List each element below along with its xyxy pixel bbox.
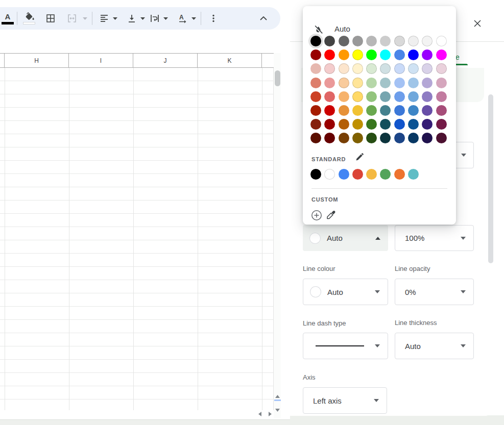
color-swatch[interactable] — [422, 133, 433, 143]
color-swatch[interactable] — [422, 36, 433, 46]
column-header-i[interactable]: I — [69, 54, 133, 67]
color-swatch[interactable] — [422, 49, 433, 60]
color-swatch[interactable] — [436, 105, 447, 116]
close-panel-button[interactable] — [471, 17, 484, 30]
color-swatch[interactable] — [394, 49, 405, 60]
add-custom-color-button[interactable] — [311, 210, 322, 223]
axis-select[interactable]: Left axis — [303, 387, 387, 414]
color-swatch[interactable] — [394, 78, 405, 88]
color-swatch[interactable] — [324, 105, 335, 116]
color-swatch[interactable] — [339, 133, 349, 143]
edit-standard-colors-button[interactable] — [355, 153, 364, 163]
color-swatch[interactable] — [324, 78, 335, 88]
color-swatch[interactable] — [352, 36, 363, 46]
color-swatch[interactable] — [310, 78, 321, 88]
text-color-button[interactable]: A — [1, 7, 14, 30]
color-swatch[interactable] — [310, 36, 321, 46]
color-swatch[interactable] — [310, 105, 321, 116]
color-swatch[interactable] — [366, 133, 377, 143]
row-header-corner[interactable] — [0, 54, 5, 67]
color-swatch[interactable] — [310, 91, 321, 102]
color-swatch[interactable] — [408, 91, 419, 102]
color-swatch[interactable] — [366, 105, 377, 116]
spreadsheet-grid[interactable] — [0, 68, 274, 410]
line-colour-select[interactable]: Auto — [303, 279, 388, 305]
color-swatch[interactable] — [352, 169, 363, 180]
borders-button[interactable] — [44, 7, 57, 30]
color-swatch[interactable] — [394, 91, 405, 102]
horizontal-align-button[interactable] — [98, 7, 111, 30]
color-swatch[interactable] — [380, 63, 391, 74]
color-swatch[interactable] — [394, 169, 405, 180]
color-swatch[interactable] — [324, 36, 335, 46]
color-swatch[interactable] — [394, 133, 405, 143]
hide-menus-button[interactable] — [257, 7, 270, 30]
color-swatch[interactable] — [366, 63, 377, 74]
sheet-vertical-scrollbar-thumb[interactable] — [275, 70, 280, 86]
color-swatch[interactable] — [324, 169, 335, 180]
color-swatch[interactable] — [366, 78, 377, 88]
text-rotation-dropdown[interactable] — [190, 7, 197, 30]
color-swatch[interactable] — [436, 119, 447, 130]
text-wrapping-dropdown[interactable] — [162, 7, 169, 30]
color-swatch[interactable] — [408, 78, 419, 88]
vertical-align-button[interactable] — [125, 7, 138, 30]
color-swatch[interactable] — [408, 49, 419, 60]
color-swatch[interactable] — [366, 91, 377, 102]
color-swatch[interactable] — [408, 119, 419, 130]
color-swatch[interactable] — [408, 105, 419, 116]
color-swatch[interactable] — [422, 78, 433, 88]
line-thickness-select[interactable]: Auto — [395, 333, 474, 359]
color-swatch[interactable] — [310, 169, 321, 180]
color-swatch[interactable] — [394, 105, 405, 116]
color-swatch[interactable] — [324, 91, 335, 102]
fill-opacity-select[interactable]: 100% — [395, 225, 474, 251]
color-swatch[interactable] — [422, 105, 433, 116]
color-swatch[interactable] — [339, 119, 349, 130]
color-swatch[interactable] — [436, 49, 447, 60]
color-swatch[interactable] — [366, 49, 377, 60]
scroll-down-button[interactable] — [274, 405, 281, 412]
color-swatch[interactable] — [408, 169, 419, 180]
color-swatch[interactable] — [339, 63, 349, 74]
line-opacity-select[interactable]: 0% — [395, 279, 474, 305]
color-swatch[interactable] — [380, 49, 391, 60]
color-swatch[interactable] — [352, 91, 363, 102]
panel-scrollbar-thumb[interactable] — [488, 94, 493, 263]
eyedropper-button[interactable] — [325, 210, 337, 223]
color-swatch[interactable] — [394, 119, 405, 130]
color-swatch[interactable] — [408, 63, 419, 74]
fill-color-button[interactable] — [22, 7, 37, 30]
line-dash-type-select[interactable] — [303, 333, 388, 359]
color-swatch[interactable] — [352, 78, 363, 88]
column-header-h[interactable]: H — [5, 54, 69, 67]
color-swatch[interactable] — [380, 133, 391, 143]
color-swatch[interactable] — [324, 119, 335, 130]
color-swatch[interactable] — [436, 133, 447, 143]
color-swatch[interactable] — [352, 63, 363, 74]
vertical-align-dropdown[interactable] — [139, 7, 146, 30]
color-swatch[interactable] — [380, 78, 391, 88]
more-options-button[interactable] — [207, 7, 220, 30]
color-swatch[interactable] — [352, 105, 363, 116]
scroll-left-button[interactable] — [256, 410, 264, 418]
horizontal-align-dropdown[interactable] — [111, 7, 118, 30]
color-swatch[interactable] — [352, 119, 363, 130]
column-header-j[interactable]: J — [133, 54, 198, 67]
color-swatch[interactable] — [339, 105, 349, 116]
color-swatch[interactable] — [408, 36, 419, 46]
color-swatch[interactable] — [422, 119, 433, 130]
color-swatch[interactable] — [380, 91, 391, 102]
color-swatch[interactable] — [352, 49, 363, 60]
color-swatch[interactable] — [436, 91, 447, 102]
color-swatch[interactable] — [310, 119, 321, 130]
color-swatch[interactable] — [422, 91, 433, 102]
color-swatch[interactable] — [310, 63, 321, 74]
color-swatch[interactable] — [408, 133, 419, 143]
color-swatch[interactable] — [324, 49, 335, 60]
color-swatch[interactable] — [339, 169, 349, 180]
scroll-right-button[interactable] — [266, 410, 274, 418]
color-swatch[interactable] — [339, 78, 349, 88]
color-swatch[interactable] — [366, 119, 377, 130]
column-header-k[interactable]: K — [198, 54, 262, 67]
